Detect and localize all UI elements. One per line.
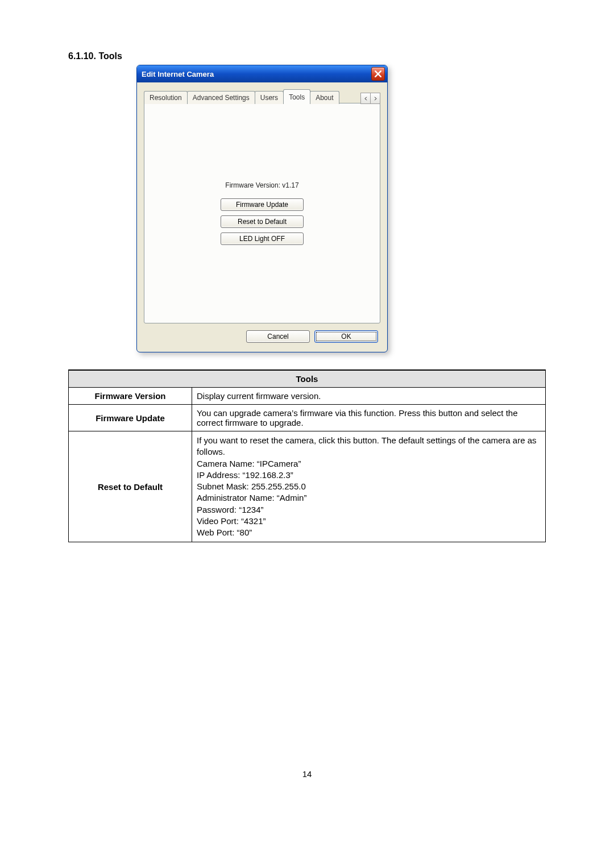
- page-number: 14: [0, 769, 614, 779]
- dialog-title: Edit Internet Camera: [142, 70, 371, 78]
- close-button[interactable]: [371, 67, 385, 81]
- tab-tools[interactable]: Tools: [283, 89, 310, 103]
- row-value-reset-default: If you want to reset the camera, click t…: [192, 431, 546, 542]
- tools-description-table: Tools Firmware Version Display current f…: [68, 369, 546, 542]
- tabs-bar: Resolution Advanced Settings Users Tools…: [144, 89, 380, 103]
- row-label-reset-default: Reset to Default: [69, 431, 192, 542]
- led-light-off-button[interactable]: LED Light OFF: [221, 232, 304, 245]
- titlebar: Edit Internet Camera: [137, 65, 387, 82]
- tab-advanced-settings[interactable]: Advanced Settings: [187, 91, 255, 104]
- tab-users[interactable]: Users: [255, 91, 284, 104]
- row-value-firmware-version: Display current firmware version.: [192, 388, 546, 405]
- tab-scroll-left[interactable]: [360, 93, 370, 104]
- row-value-firmware-update: You can upgrade camera’s firmware via th…: [192, 405, 546, 431]
- table-row: Firmware Version Display current firmwar…: [69, 388, 546, 405]
- tab-about[interactable]: About: [310, 91, 339, 104]
- tab-page-tools: Firmware Version: v1.17 Firmware Update …: [144, 103, 380, 323]
- ok-button[interactable]: OK: [314, 330, 378, 343]
- firmware-version-label: Firmware Version: v1.17: [225, 181, 298, 189]
- table-row: Reset to Default If you want to reset th…: [69, 431, 546, 542]
- row-label-firmware-update: Firmware Update: [69, 405, 192, 431]
- section-heading: 6.1.10. Tools: [68, 51, 546, 61]
- firmware-update-button[interactable]: Firmware Update: [221, 198, 304, 211]
- tab-resolution[interactable]: Resolution: [144, 91, 188, 104]
- tab-scroll-right[interactable]: [370, 93, 380, 104]
- edit-internet-camera-dialog: Edit Internet Camera Resolution Advanced…: [136, 65, 388, 352]
- chevron-right-icon: [374, 97, 377, 101]
- tab-scroll-buttons: [360, 93, 380, 104]
- table-header: Tools: [69, 370, 546, 388]
- cancel-button[interactable]: Cancel: [246, 330, 310, 343]
- table-row: Firmware Update You can upgrade camera’s…: [69, 405, 546, 431]
- chevron-left-icon: [364, 97, 368, 101]
- dialog-footer: Cancel OK: [144, 323, 380, 344]
- dialog-screenshot: Edit Internet Camera Resolution Advanced…: [136, 65, 546, 352]
- row-label-firmware-version: Firmware Version: [69, 388, 192, 405]
- reset-to-default-button[interactable]: Reset to Default: [221, 215, 304, 228]
- close-icon: [375, 70, 381, 77]
